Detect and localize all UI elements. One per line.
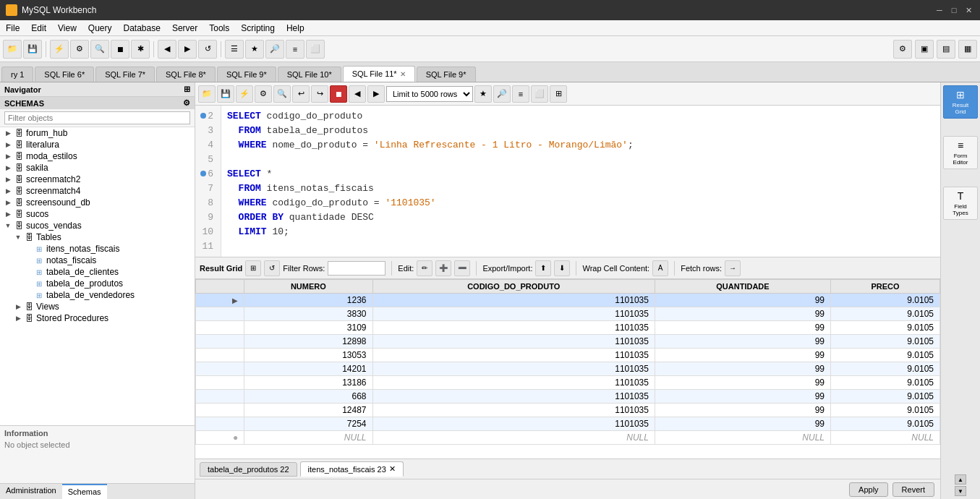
col-header-codigo[interactable]: CODIGO_DO_PRODUTO [372,280,655,294]
wrap-btn[interactable]: A [652,260,668,276]
table-row[interactable]: 124871101035999.0105 [196,404,940,417]
limit-select[interactable]: Limit to 5000 rows Limit to 1000 rows No… [386,86,473,102]
cell-qtd[interactable]: 99 [655,321,830,335]
sql-tab-7[interactable]: SQL File 9* [417,67,476,82]
tree-item-sucos_vendas[interactable]: ▼🗄sucos_vendas [0,220,195,231]
sql-tab-5[interactable]: SQL File 10* [278,67,341,82]
result-grid-view-btn[interactable]: ⊞ [245,260,261,276]
cell-qtd[interactable]: 99 [655,307,830,321]
cell-num[interactable]: 13186 [244,376,372,390]
form-editor-btn[interactable]: ≡ FormEditor [943,136,978,169]
refresh-btn[interactable]: ↺ [198,40,217,59]
tree-item-tabela_de_clientes[interactable]: ⊞tabela_de_clientes [0,266,195,278]
execute-btn[interactable]: ⚡ [50,40,69,59]
sql-redo-btn[interactable]: ↪ [311,85,328,103]
cell-codigo[interactable]: 1101035 [372,307,655,321]
cursor-btn[interactable]: ✱ [131,40,150,59]
cell-codigo[interactable]: 1101035 [372,362,655,376]
schemas-tab[interactable]: Schemas [62,484,107,499]
snippet-btn[interactable]: ⬜ [306,40,325,59]
result-tab-tabela[interactable]: tabela_de_produtos 22 [200,462,297,477]
cell-codigo[interactable]: 1101035 [372,390,655,404]
sql-extra-btn[interactable]: ⊞ [550,85,567,103]
menu-item-file[interactable]: File [0,20,25,35]
sql-toggle1-btn[interactable]: ◀ [349,85,366,103]
sql-editor[interactable]: 234567891011 SELECT codigo_do_produto FR… [195,106,940,257]
menu-item-query[interactable]: Query [82,20,118,35]
tree-item-Stored_Procedures[interactable]: ▶🗄Stored Procedures [0,312,195,324]
sql-execute-btn[interactable]: ⚡ [236,85,253,103]
cell-codigo[interactable]: 1101035 [372,417,655,431]
toggle-btn[interactable]: ☰ [225,40,244,59]
prev-btn[interactable]: ◀ [158,40,176,59]
menu-item-tools[interactable]: Tools [203,20,235,35]
cell-qtd[interactable]: 99 [655,335,830,349]
fetch-btn[interactable]: → [725,260,741,276]
sql-format-btn[interactable]: ≡ [512,85,529,103]
cell-codigo[interactable]: 1101035 [372,376,655,390]
execute-current-btn[interactable]: ⚙ [70,40,89,59]
menu-item-help[interactable]: Help [281,20,310,35]
table-row[interactable]: 142011101035999.0105 [196,362,940,376]
cell-codigo[interactable]: 1101035 [372,294,655,307]
edit-row-btn[interactable]: ✏ [417,260,433,276]
menu-item-edit[interactable]: Edit [25,20,52,35]
delete-row-btn[interactable]: ➖ [454,260,470,276]
add-row-btn[interactable]: ➕ [435,260,451,276]
tree-item-sucos[interactable]: ▶🗄sucos [0,208,195,220]
export-btn[interactable]: ⬆ [535,260,551,276]
cell-num[interactable]: 7254 [244,417,372,431]
result-grid[interactable]: NUMERO CODIGO_DO_PRODUTO QUANTIDADE PREC… [195,279,940,459]
menu-item-scripting[interactable]: Scripting [235,20,281,35]
table-row[interactable]: 38301101035999.0105 [196,307,940,321]
tree-item-screenmatch4[interactable]: ▶🗄screenmatch4 [0,185,195,197]
zoom-btn[interactable]: 🔎 [265,40,284,59]
cell-preco[interactable]: 9.0105 [831,390,940,404]
table-row[interactable]: 31091101035999.0105 [196,321,940,335]
table-row[interactable]: 131861101035999.0105 [196,376,940,390]
cell-preco[interactable]: 9.0105 [831,294,940,307]
next-btn[interactable]: ▶ [178,40,197,59]
scroll-down-arrow[interactable]: ▼ [955,486,966,496]
tree-item-tabela_de_vendedores[interactable]: ⊞tabela_de_vendedores [0,289,195,301]
col-header-quantidade[interactable]: QUANTIDADE [655,280,830,294]
sql-tab-1[interactable]: SQL File 6* [35,67,94,82]
cell-codigo[interactable]: 1101035 [372,335,655,349]
cell-num[interactable]: 1236 [244,294,372,307]
revert-button[interactable]: Revert [892,482,934,497]
cell-qtd[interactable]: 99 [655,417,830,431]
sql-bookmark-btn[interactable]: ★ [474,85,492,103]
cell-num[interactable]: 3830 [244,307,372,321]
table-row[interactable]: 6681101035999.0105 [196,390,940,404]
sql-exec-current-btn[interactable]: ⚙ [255,85,272,103]
sql-search-btn[interactable]: 🔍 [273,85,291,103]
tree-item-itens_notas_fiscais[interactable]: ⊞itens_notas_fiscais [0,243,195,255]
cell-preco[interactable]: 9.0105 [831,404,940,417]
cell-num[interactable]: 668 [244,390,372,404]
cell-num[interactable]: 14201 [244,362,372,376]
filter-input[interactable] [4,111,190,124]
cell-qtd[interactable]: 99 [655,404,830,417]
result-refresh-btn[interactable]: ↺ [264,260,280,276]
col-header-preco[interactable]: PRECO [831,280,940,294]
sql-toggle2-btn[interactable]: ▶ [367,85,385,103]
sql-undo-btn[interactable]: ↩ [292,85,310,103]
sql-tab-0[interactable]: ry 1 [1,67,33,82]
cell-num[interactable]: 3109 [244,321,372,335]
close-button[interactable]: ✕ [963,4,974,16]
maximize-button[interactable]: □ [948,4,960,16]
bookmark-btn[interactable]: ★ [245,40,264,59]
table-row[interactable]: 128981101035999.0105 [196,335,940,349]
tab-close-icon[interactable]: ✕ [400,70,406,78]
filter-rows-input[interactable] [328,261,385,276]
sql-tab-6[interactable]: SQL File 11*✕ [343,66,415,82]
cell-qtd[interactable]: 99 [655,376,830,390]
tree-item-literalura[interactable]: ▶🗄literalura [0,139,195,150]
minimize-button[interactable]: ─ [934,4,945,16]
tree-item-Tables[interactable]: ▼🗄Tables [0,231,195,243]
schemas-settings-icon[interactable]: ⚙ [183,98,190,108]
sql-tab-2[interactable]: SQL File 7* [95,67,155,82]
cell-qtd[interactable]: 99 [655,362,830,376]
open-btn[interactable]: 📁 [3,40,22,59]
sql-content[interactable]: SELECT codigo_do_produto FROM tabela_de_… [221,106,940,257]
